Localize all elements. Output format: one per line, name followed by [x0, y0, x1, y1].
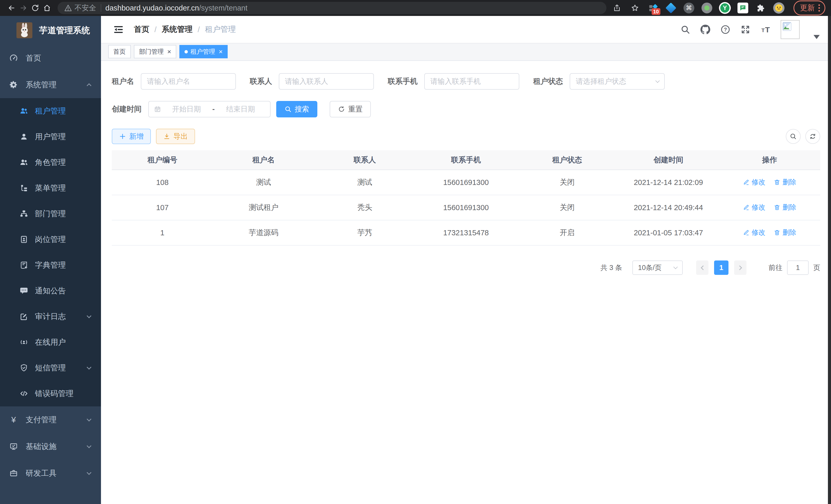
broken-image-icon — [782, 22, 792, 31]
next-page-button[interactable] — [734, 261, 746, 275]
url-divider — [101, 4, 101, 12]
browser-toolbar: 不安全 dashboard.yudao.iocoder.cn/system/te… — [0, 0, 831, 16]
sidebar-item-menu[interactable]: 菜单管理 — [0, 175, 101, 201]
sidebar-item-home[interactable]: 首页 — [0, 45, 101, 71]
extension-dot-icon[interactable] — [701, 2, 713, 14]
extension-pinned-icon[interactable]: 10 — [647, 2, 659, 14]
goto-page-input[interactable] — [787, 261, 809, 275]
pagination: 共 3 条 10条/页 1 前往 页 — [112, 261, 820, 275]
svg-text:T: T — [765, 25, 770, 34]
code-icon — [20, 389, 28, 398]
sidebar-item-role[interactable]: 角色管理 — [0, 149, 101, 175]
reset-button[interactable]: 重置 — [330, 101, 371, 117]
bookmark-button[interactable] — [629, 2, 641, 14]
sidebar-item-infrastructure[interactable]: 基础设施 — [0, 433, 101, 460]
extension-y-icon[interactable]: Y — [719, 2, 731, 14]
home-icon — [43, 4, 51, 12]
tenant-name-input[interactable] — [141, 73, 236, 90]
page-1-button[interactable]: 1 — [714, 261, 728, 275]
app-logo[interactable]: 芋道管理系统 — [0, 16, 101, 45]
delete-row-button[interactable]: 删除 — [774, 178, 796, 187]
fullscreen-button[interactable] — [741, 25, 750, 34]
export-button[interactable]: 导出 — [156, 129, 195, 144]
cell-contact: 测试 — [314, 170, 416, 195]
github-link[interactable] — [700, 25, 710, 34]
browser-update-button[interactable]: 更新 — [794, 1, 825, 16]
extension-puzzle-icon[interactable] — [755, 2, 767, 14]
sidebar-item-post[interactable]: 岗位管理 — [0, 227, 101, 252]
sidebar-item-audit-log[interactable]: 审计日志 — [0, 304, 101, 329]
prev-page-button[interactable] — [696, 261, 709, 275]
edit-row-button[interactable]: 修改 — [743, 203, 766, 212]
add-button[interactable]: 新增 — [112, 129, 151, 144]
extension-sketch-icon[interactable] — [665, 2, 677, 14]
delete-row-button[interactable]: 删除 — [774, 203, 796, 212]
sidebar-item-user[interactable]: 用户管理 — [0, 124, 101, 149]
add-button-label: 新增 — [129, 131, 144, 141]
delete-row-button[interactable]: 删除 — [774, 228, 796, 237]
breadcrumb-system[interactable]: 系统管理 — [162, 24, 193, 35]
mobile-input[interactable] — [424, 73, 519, 90]
browser-scrollbar[interactable] — [828, 16, 831, 504]
extension-chat-icon[interactable] — [737, 2, 749, 14]
sidebar-item-sms[interactable]: 短信管理 — [0, 355, 101, 381]
tags-view-bar: 首页 部门管理 × 租户管理 × — [101, 43, 831, 61]
breadcrumb: 首页 / 系统管理 / 租户管理 — [134, 24, 236, 35]
browser-home-button[interactable] — [41, 2, 53, 14]
sidebar-item-label: 在线用户 — [35, 337, 66, 348]
tab-dept[interactable]: 部门管理 × — [134, 45, 176, 58]
header-search-button[interactable] — [681, 25, 690, 34]
table-toolbar: 新增 导出 — [112, 129, 820, 144]
close-icon[interactable]: × — [219, 48, 223, 55]
end-date-placeholder: 结束日期 — [217, 104, 265, 114]
edit-row-button[interactable]: 修改 — [743, 178, 766, 187]
tab-tenant[interactable]: 租户管理 × — [179, 45, 228, 58]
close-icon[interactable]: × — [167, 48, 171, 55]
contact-input[interactable] — [279, 73, 374, 90]
sidebar-item-notice[interactable]: 通知公告 — [0, 278, 101, 304]
browser-back-button[interactable] — [6, 2, 18, 14]
extension-emoji-icon[interactable] — [773, 2, 785, 14]
avatar[interactable] — [781, 20, 800, 39]
sidebar-item-dev-tools[interactable]: 研发工具 — [0, 460, 101, 486]
breadcrumb-home[interactable]: 首页 — [134, 24, 149, 35]
col-created: 创建时间 — [618, 150, 719, 170]
sidebar-item-system[interactable]: 系统管理 — [0, 71, 101, 98]
tab-label: 首页 — [113, 48, 126, 56]
browser-menu-icon[interactable] — [819, 4, 820, 11]
chat-icon — [739, 4, 747, 12]
sidebar-item-payment[interactable]: ¥ 支付管理 — [0, 406, 101, 433]
help-button[interactable]: ? — [720, 25, 730, 34]
sidebar-item-online-user[interactable]: 在线用户 — [0, 329, 101, 355]
font-size-button[interactable]: TT — [761, 25, 770, 34]
share-button[interactable] — [611, 2, 623, 14]
page-size-select[interactable]: 10条/页 — [632, 261, 683, 275]
avatar-dropdown-caret[interactable] — [813, 35, 820, 39]
sidebar-item-dept[interactable]: 部门管理 — [0, 201, 101, 227]
sidebar-item-dict[interactable]: 字典管理 — [0, 252, 101, 278]
status-select[interactable]: 请选择租户状态 — [570, 73, 665, 90]
browser-reload-button[interactable] — [29, 2, 41, 14]
col-mobile: 联系手机 — [416, 150, 517, 170]
edit-row-button[interactable]: 修改 — [743, 228, 766, 237]
sidebar-item-tenant[interactable]: 租户管理 — [0, 98, 101, 124]
cell-actions: 修改删除 — [719, 195, 820, 220]
extension-command-icon[interactable]: ⌘ — [683, 2, 695, 14]
tab-home[interactable]: 首页 — [108, 45, 131, 58]
show-search-toggle-button[interactable] — [786, 129, 801, 144]
refresh-table-button[interactable] — [805, 129, 820, 144]
browser-forward-button[interactable] — [18, 2, 29, 14]
cell-created: 2021-12-14 21:02:09 — [618, 170, 719, 195]
create-time-range-picker[interactable]: 开始日期 - 结束日期 — [148, 101, 270, 117]
search-icon — [790, 133, 797, 140]
url-bar[interactable]: 不安全 dashboard.yudao.iocoder.cn/system/te… — [58, 2, 606, 14]
sidebar-item-label: 菜单管理 — [35, 183, 66, 194]
user-icon — [20, 132, 28, 141]
sidebar-collapse-button[interactable] — [109, 24, 128, 35]
contact-label: 联系人 — [250, 76, 272, 87]
sidebar-item-error-code[interactable]: 错误码管理 — [0, 381, 101, 406]
search-button[interactable]: 搜索 — [276, 101, 317, 117]
sidebar-submenu-system: 租户管理 用户管理 角色管理 菜单管理 部门管理 — [0, 98, 101, 406]
refresh-icon — [338, 106, 345, 113]
shield-check-icon — [20, 363, 28, 372]
